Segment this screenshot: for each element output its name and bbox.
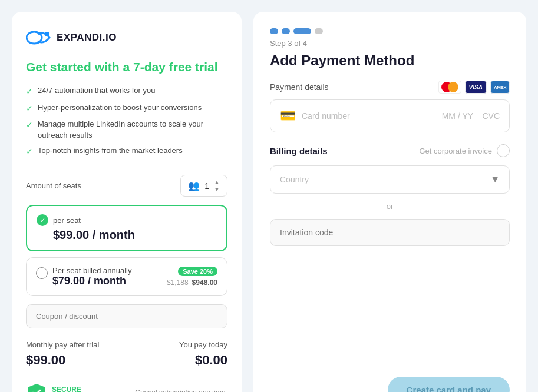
dropdown-arrow-icon: ▼ [490, 174, 500, 185]
step-dot-2 [282, 28, 290, 34]
annual-plan[interactable]: Per seat billed annually $79.00 / month … [26, 257, 227, 296]
annual-plan-price: $79.00 / month [52, 275, 131, 287]
visa-logo: VISA [465, 81, 487, 94]
card-number-placeholder: Card number [302, 111, 436, 121]
features-list: ✓ 24/7 automation that works for you ✓ H… [26, 85, 227, 162]
check-icon: ✓ [26, 146, 33, 158]
step-dot-1 [270, 28, 278, 34]
seats-control[interactable]: 👥 1 ▲ ▼ [180, 175, 227, 197]
feature-item: ✓ Manage multiple LinkedIn accounts to s… [26, 119, 227, 140]
logo-text: EXPANDI.IO [57, 32, 117, 44]
corporate-invoice-label: Get corporate invoice [419, 147, 492, 155]
annual-total-price: $948.00 [192, 278, 217, 287]
feature-item: ✓ 24/7 automation that works for you [26, 85, 227, 98]
billing-amounts: $99.00 $0.00 [26, 353, 227, 368]
right-footer: Create card and pay [270, 365, 510, 392]
feature-item: ✓ Hyper-personalization to boost your co… [26, 102, 227, 115]
country-placeholder: Country [280, 175, 309, 184]
annual-plan-label: Per seat billed annually [52, 266, 131, 275]
check-icon: ✓ [26, 119, 33, 131]
corporate-invoice-toggle[interactable] [497, 144, 510, 157]
billing-summary: Monthly pay after trial You pay today [26, 340, 227, 349]
card-expiry-cvc: MM / YY CVC [442, 111, 500, 121]
invitation-input[interactable] [270, 219, 510, 246]
billing-section-header: Billing details Get corporate invoice [270, 144, 510, 157]
plan-per-seat-label: per seat [53, 216, 81, 225]
logo: EXPANDI.IO [26, 28, 227, 47]
billing-today-amount: $0.00 [195, 353, 227, 368]
seats-value: 1 [204, 181, 209, 191]
seats-down-arrow[interactable]: ▼ [214, 186, 220, 192]
payment-label-text: Payment details [270, 82, 329, 92]
annual-plan-radio [36, 267, 48, 279]
check-icon: ✓ [26, 103, 33, 115]
annual-original-price: $1,188 [167, 278, 189, 287]
step-label: Step 3 of 4 [270, 39, 510, 48]
feature-item: ✓ Top-notch insights from the market lea… [26, 145, 227, 158]
card-input-row[interactable]: 💳 Card number MM / YY CVC [270, 99, 510, 132]
plan-selected-check: ✓ [37, 214, 48, 226]
logo-icon [26, 28, 52, 47]
card-logos: VISA AMEX [438, 81, 510, 94]
seats-label: Amount of seats [26, 181, 81, 190]
billing-section: Billing details Get corporate invoice Co… [270, 144, 510, 246]
billing-today-label: You pay today [179, 340, 227, 349]
left-panel: EXPANDI.IO Get started with a 7-day free… [12, 12, 242, 392]
right-panel: Step 3 of 4 Add Payment Method Payment d… [253, 12, 526, 392]
payment-section-label: Payment details VISA AMEX [270, 81, 510, 94]
corporate-invoice-row: Get corporate invoice [419, 144, 510, 157]
secure-main-text: SECURE [52, 386, 107, 392]
seats-icon: 👥 [188, 180, 200, 191]
page-title: Add Payment Method [270, 52, 510, 69]
billing-after-label: Monthly pay after trial [26, 340, 99, 349]
seats-stepper[interactable]: ▲ ▼ [214, 179, 220, 192]
billing-section-title: Billing details [270, 146, 328, 156]
create-pay-button[interactable]: Create card and pay [388, 377, 510, 392]
country-select[interactable]: Country ▼ [270, 165, 510, 194]
coupon-input[interactable] [26, 304, 227, 328]
or-divider: or [270, 202, 510, 211]
check-icon: ✓ [26, 86, 33, 98]
monthly-plan[interactable]: ✓ per seat $99.00 / month [26, 205, 227, 251]
plan-monthly-price: $99.00 / month [53, 228, 217, 242]
save-badge: Save 20% [178, 267, 217, 276]
shield-icon [26, 382, 47, 392]
seats-up-arrow[interactable]: ▲ [214, 179, 220, 185]
step-dots [270, 28, 510, 34]
left-footer: SECURE SSL ENCRYPTION Cancel subscriptio… [26, 368, 227, 392]
step-dot-4 [315, 28, 323, 34]
trial-title: Get started with a 7-day free trial [26, 59, 227, 75]
amex-logo: AMEX [490, 81, 510, 94]
mastercard-logo [438, 81, 461, 94]
card-chip-icon: 💳 [280, 108, 296, 124]
cancel-text: Cancel subscription any time. [135, 388, 227, 392]
step-dot-3 [293, 28, 311, 34]
billing-after-amount: $99.00 [26, 353, 65, 368]
secure-badge: SECURE SSL ENCRYPTION [26, 382, 107, 392]
svg-point-1 [45, 32, 49, 36]
seats-row: Amount of seats 👥 1 ▲ ▼ [26, 175, 227, 197]
